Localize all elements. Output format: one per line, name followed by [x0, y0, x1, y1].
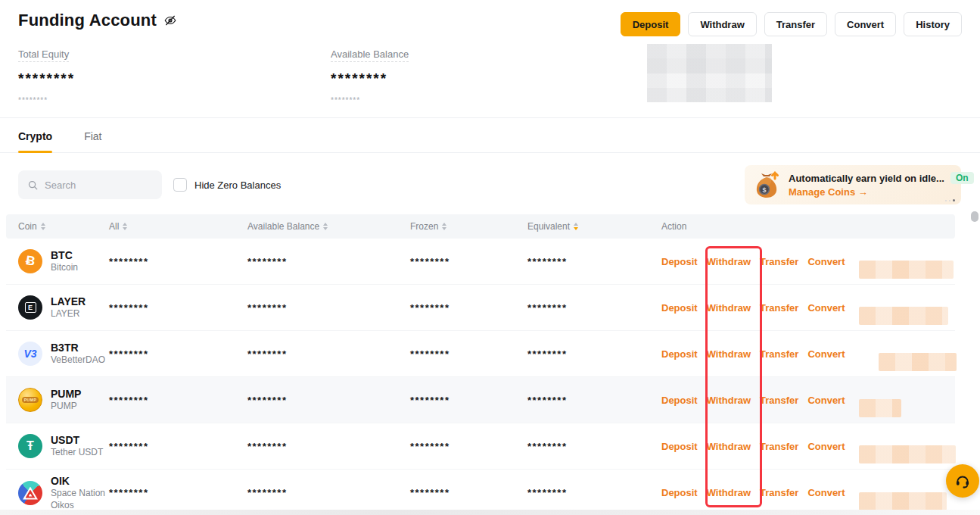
pixelated-privacy-blur	[859, 307, 948, 325]
deposit-button[interactable]: Deposit	[621, 12, 681, 36]
usdt-coin-icon: Ŧ	[18, 434, 42, 458]
row-action-withdraw[interactable]: Withdraw	[707, 441, 751, 452]
total-equity-sub-value: ********	[18, 96, 331, 105]
money-bag-icon: $	[752, 170, 782, 200]
page-title: Funding Account	[18, 11, 157, 30]
row-action-deposit[interactable]: Deposit	[661, 441, 698, 452]
funding-account-page: Funding Account Deposit Withdraw Transfe…	[0, 0, 980, 515]
pixelated-privacy-blur	[859, 445, 956, 464]
b3tr-coin-icon: V3	[18, 342, 42, 366]
row-action-withdraw[interactable]: Withdraw	[707, 348, 751, 360]
row-action-convert[interactable]: Convert	[807, 302, 845, 314]
pump-coin-icon: PUMP	[18, 388, 42, 412]
assets-table: Coin All Available Balance Frozen Equiva…	[6, 214, 955, 515]
cell-available-balance: ********	[247, 256, 410, 267]
sort-icon	[442, 223, 446, 230]
row-action-convert[interactable]: Convert	[807, 487, 845, 498]
column-header-action: Action	[661, 221, 955, 232]
total-equity-label: Total Equity	[18, 48, 69, 62]
bottom-scroll-shadow	[0, 510, 980, 515]
row-action-transfer[interactable]: Transfer	[760, 487, 798, 498]
total-equity-value: ********	[18, 70, 331, 87]
cell-frozen: ********	[410, 302, 527, 314]
table-header-row: Coin All Available Balance Frozen Equiva…	[6, 214, 955, 239]
row-action-convert[interactable]: Convert	[807, 395, 845, 406]
cell-all: ********	[109, 395, 247, 406]
withdraw-button[interactable]: Withdraw	[688, 12, 756, 36]
table-row: V3 B3TR VeBetterDAO ******** ******** **…	[6, 331, 955, 377]
available-balance-sub-value: ********	[331, 96, 643, 105]
row-action-convert[interactable]: Convert	[807, 441, 845, 452]
coin-name: VeBetterDAO	[51, 354, 105, 367]
row-action-withdraw[interactable]: Withdraw	[707, 302, 751, 314]
row-action-withdraw[interactable]: Withdraw	[707, 487, 751, 498]
cell-frozen: ********	[410, 348, 527, 360]
tab-crypto[interactable]: Crypto	[18, 130, 52, 152]
history-button[interactable]: History	[904, 12, 962, 36]
column-header-available-balance[interactable]: Available Balance	[247, 221, 410, 232]
carousel-dots	[945, 199, 955, 201]
coin-symbol: BTC	[51, 248, 78, 262]
row-action-transfer[interactable]: Transfer	[760, 302, 798, 314]
cell-frozen: ********	[410, 256, 527, 267]
row-action-deposit[interactable]: Deposit	[661, 395, 698, 406]
hide-zero-label: Hide Zero Balances	[194, 179, 281, 191]
table-row: Ŧ USDT Tether USDT ******** ******** ***…	[6, 423, 955, 470]
pixelated-privacy-blur	[859, 492, 947, 510]
oik-coin-icon	[18, 481, 42, 505]
cell-frozen: ********	[410, 487, 527, 498]
cell-all: ********	[109, 348, 247, 360]
available-balance-value: ********	[331, 70, 643, 87]
hide-zero-balances-control[interactable]: Hide Zero Balances	[173, 178, 281, 192]
cell-equivalent: ********	[527, 395, 661, 406]
asset-tabs: Crypto Fiat	[0, 130, 980, 153]
search-input[interactable]	[45, 179, 153, 191]
hide-balance-icon[interactable]	[163, 14, 177, 27]
cell-available-balance: ********	[247, 348, 410, 360]
table-row: OIK Space Nation Oikos ******** ********…	[6, 470, 955, 515]
table-scrollbar-thumb[interactable]	[971, 211, 978, 222]
row-action-transfer[interactable]: Transfer	[760, 441, 798, 452]
table-row: PUMP PUMP PUMP ******** ******** *******…	[6, 377, 955, 423]
row-action-transfer[interactable]: Transfer	[760, 395, 798, 406]
search-box[interactable]	[18, 170, 162, 199]
row-action-deposit[interactable]: Deposit	[661, 302, 698, 314]
coin-symbol: B3TR	[51, 341, 105, 354]
table-row: E LAYER LAYER ******** ******** ********…	[6, 285, 955, 331]
balance-summary: Total Equity ******** ******** Available…	[18, 47, 643, 105]
cell-available-balance: ********	[247, 487, 410, 498]
coin-symbol: OIK	[51, 474, 109, 488]
transfer-button[interactable]: Transfer	[764, 12, 827, 36]
cell-available-balance: ********	[247, 441, 410, 452]
yield-status-badge: On	[950, 172, 974, 184]
column-header-all[interactable]: All	[109, 221, 247, 232]
column-header-coin[interactable]: Coin	[18, 221, 109, 232]
cell-equivalent: ********	[527, 487, 661, 498]
row-action-convert[interactable]: Convert	[807, 348, 845, 360]
tab-fiat[interactable]: Fiat	[84, 130, 101, 152]
row-action-transfer[interactable]: Transfer	[760, 256, 798, 267]
yield-banner[interactable]: $ Automatically earn yield on idle... On…	[745, 165, 961, 204]
row-action-deposit[interactable]: Deposit	[661, 256, 698, 267]
cell-all: ********	[109, 302, 247, 314]
support-chat-button[interactable]	[946, 464, 979, 498]
sort-icon	[123, 223, 127, 230]
row-action-transfer[interactable]: Transfer	[760, 348, 798, 360]
row-action-deposit[interactable]: Deposit	[661, 348, 698, 360]
convert-button[interactable]: Convert	[835, 12, 896, 36]
row-action-convert[interactable]: Convert	[807, 256, 845, 267]
column-header-equivalent[interactable]: Equivalent	[527, 221, 661, 232]
available-balance-label: Available Balance	[331, 48, 409, 62]
coin-name: LAYER	[51, 308, 86, 320]
row-action-withdraw[interactable]: Withdraw	[707, 256, 751, 267]
svg-text:$: $	[762, 186, 766, 194]
manage-coins-link[interactable]: Manage Coins →	[789, 186, 954, 198]
row-action-deposit[interactable]: Deposit	[661, 487, 698, 498]
sort-icon	[41, 223, 45, 230]
coin-name: Space Nation Oikos	[51, 488, 109, 511]
hide-zero-checkbox[interactable]	[173, 178, 187, 192]
cell-equivalent: ********	[527, 256, 661, 267]
search-icon	[27, 179, 39, 191]
column-header-frozen[interactable]: Frozen	[410, 221, 527, 232]
row-action-withdraw[interactable]: Withdraw	[707, 395, 751, 406]
